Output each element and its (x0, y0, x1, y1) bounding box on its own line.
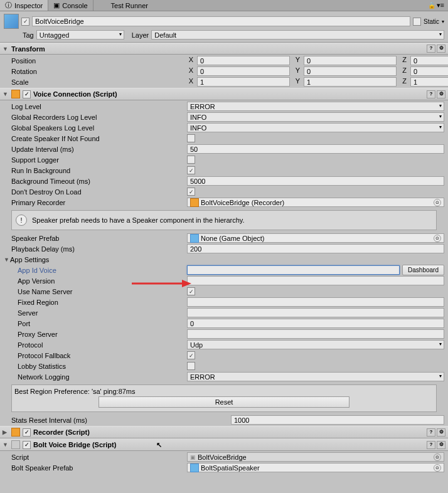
menu-icon[interactable]: ▾≡ (437, 1, 444, 9)
server-field[interactable] (187, 308, 444, 317)
dashboard-button[interactable]: Dashboard (402, 265, 444, 275)
position-label: Position (11, 57, 187, 65)
console-icon: ▣ (53, 1, 60, 9)
component-title: Transform (11, 45, 45, 53)
speaker-prefab-field[interactable]: BoltSpatialSpeaker⊙ (187, 463, 444, 472)
component-title: Recorder (Script) (33, 428, 90, 436)
label: Speaker Prefab (11, 235, 187, 242)
transform-header[interactable]: ▼ Transform ?⚙ (0, 43, 448, 55)
scale-z[interactable] (410, 77, 448, 87)
label: Log Level (11, 103, 187, 110)
pos-z[interactable] (410, 56, 448, 65)
gear-icon[interactable]: ⚙ (437, 441, 445, 449)
app-id-field[interactable] (187, 265, 400, 275)
picker-icon[interactable]: ⊙ (434, 199, 441, 206)
voice-connection-header[interactable]: ▼ ✓ Voice Connection (Script) ?⚙ (0, 88, 448, 100)
label: Fixed Region (18, 299, 187, 306)
cursor-icon: ↖ (156, 441, 162, 449)
component-title: Bolt Voice Bridge (Script) (33, 441, 116, 448)
foldout-icon: ▼ (3, 442, 9, 448)
active-checkbox[interactable]: ✓ (21, 18, 29, 26)
picker-icon[interactable]: ⊙ (434, 235, 441, 242)
gear-icon[interactable]: ⚙ (437, 428, 445, 437)
scale-y[interactable] (304, 77, 397, 87)
foldout-icon[interactable]: ▼ (4, 257, 10, 263)
app-version-field[interactable] (187, 276, 444, 285)
label: App Version (18, 277, 187, 285)
support-logger-checkbox[interactable] (187, 156, 195, 164)
prefab-icon (190, 464, 199, 472)
playback-delay-field[interactable] (187, 244, 444, 253)
proxy-field[interactable] (187, 329, 444, 339)
gear-icon[interactable]: ⚙ (437, 90, 445, 98)
gear-icon[interactable]: ⚙ (437, 45, 445, 53)
help-icon[interactable]: ? (427, 428, 435, 437)
picker-icon[interactable]: ⊙ (434, 464, 441, 472)
component-title: Voice Connection (Script) (33, 90, 117, 98)
label: Global Speakers Log Level (11, 124, 187, 132)
info-box: !Speaker prefab needs to have a Speaker … (11, 210, 437, 230)
gameobject-icon[interactable] (4, 14, 19, 29)
enable-checkbox[interactable]: ✓ (23, 90, 31, 98)
reset-button[interactable]: Reset (99, 396, 349, 408)
gameobject-name-field[interactable] (32, 16, 410, 26)
run-bg-checkbox[interactable]: ✓ (187, 166, 195, 174)
log-level-select[interactable]: ERROR (187, 102, 444, 111)
scale-label: Scale (11, 78, 187, 86)
rot-y[interactable] (304, 66, 397, 76)
recorder-icon (190, 198, 199, 207)
lobby-checkbox[interactable] (187, 362, 195, 370)
enable-checkbox[interactable]: ✓ (23, 428, 31, 437)
port-field[interactable] (187, 319, 444, 328)
label: Primary Recorder (11, 199, 187, 206)
help-icon[interactable]: ? (427, 45, 435, 53)
label: Port (18, 320, 187, 327)
fixed-region-field[interactable] (187, 297, 444, 307)
scale-x[interactable] (197, 77, 290, 87)
tab-test-runner[interactable]: Test Runner (106, 0, 153, 11)
dont-destroy-checkbox[interactable]: ✓ (187, 188, 195, 196)
static-checkbox[interactable] (413, 18, 421, 26)
static-dropdown-icon[interactable]: ▾ (442, 19, 444, 24)
bolt-voice-bridge-header[interactable]: ▼ ✓ Bolt Voice Bridge (Script) ↖ ?⚙ (0, 438, 448, 451)
speaker-prefab-field[interactable]: None (Game Object)⊙ (187, 233, 444, 243)
protocol-select[interactable]: Udp (187, 340, 444, 349)
fallback-checkbox[interactable]: ✓ (187, 351, 195, 359)
label: Playback Delay (ms) (11, 245, 187, 253)
enable-checkbox[interactable]: ✓ (23, 441, 31, 449)
app-settings-label: App Settings (10, 256, 49, 263)
label: Background Timeout (ms) (11, 178, 187, 185)
prefab-icon (190, 234, 199, 243)
update-interval-field[interactable] (187, 144, 444, 154)
best-region-text: Best Region Preference: 'sa' ping:87ms (14, 388, 434, 395)
pos-y[interactable] (304, 56, 397, 65)
help-icon[interactable]: ? (427, 441, 435, 449)
rot-z[interactable] (410, 66, 448, 76)
net-log-select[interactable]: ERROR (187, 372, 444, 381)
label: Script (11, 453, 187, 461)
primary-recorder-field[interactable]: BoltVoiceBridge (Recorder)⊙ (187, 198, 444, 207)
rot-x[interactable] (197, 66, 290, 76)
tab-console[interactable]: ▣Console (48, 0, 93, 11)
recorder-header[interactable]: ▶ ✓ Recorder (Script) ?⚙ (0, 426, 448, 438)
gameobject-header: ✓ Static ▾ Tag Untagged Layer Default (0, 11, 448, 43)
picker-icon[interactable]: ⊙ (434, 453, 441, 461)
layer-dropdown[interactable]: Default (151, 30, 444, 40)
bg-timeout-field[interactable] (187, 176, 444, 186)
stats-reset-field[interactable] (231, 415, 444, 425)
foldout-icon: ▼ (3, 91, 9, 97)
tab-label: Test Runner (111, 2, 148, 9)
component-icon (11, 90, 20, 98)
lock-icon[interactable]: 🔒 (428, 2, 435, 9)
component-icon (11, 428, 20, 437)
pos-x[interactable] (197, 56, 290, 65)
tag-dropdown[interactable]: Untagged (36, 30, 124, 40)
tag-label: Tag (23, 31, 34, 39)
use-name-server-checkbox[interactable]: ✓ (187, 287, 195, 295)
create-speaker-checkbox[interactable] (187, 134, 195, 142)
label: Update Interval (ms) (11, 146, 187, 153)
gsl-select[interactable]: INFO (187, 123, 444, 132)
tab-inspector[interactable]: ⓘInspector (0, 0, 48, 11)
grl-select[interactable]: INFO (187, 112, 444, 122)
help-icon[interactable]: ? (427, 90, 435, 98)
